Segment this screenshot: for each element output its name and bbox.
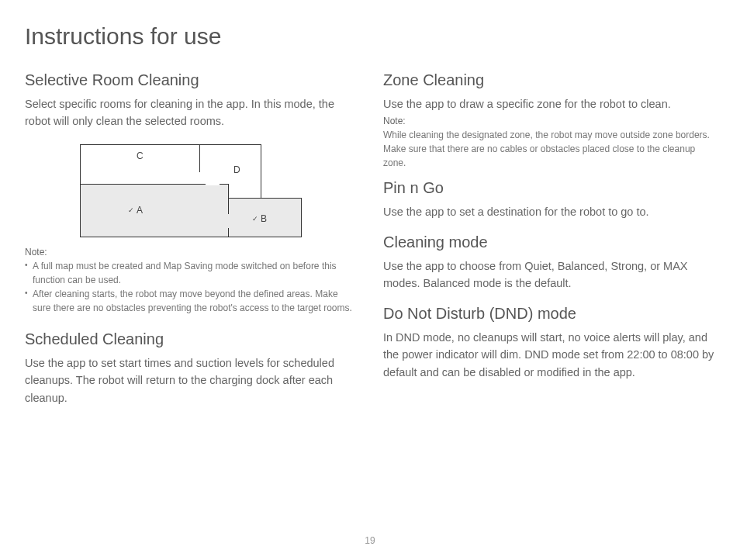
body-mode: Use the app to choose from Quiet, Balanc…	[383, 258, 715, 292]
note-selective-2: After cleaning starts, the robot may mov…	[25, 287, 357, 315]
section-dnd-mode: Do Not Disturb (DND) mode In DND mode, n…	[383, 305, 715, 381]
section-cleaning-mode: Cleaning mode Use the app to choose from…	[383, 233, 715, 292]
label-room-c: C	[137, 150, 144, 161]
label-room-a: ✓A	[128, 205, 143, 216]
label-room-b: ✓B	[252, 213, 267, 224]
note-label-selective: Note:	[25, 247, 357, 258]
left-column: Selective Room Cleaning Select specific …	[25, 67, 357, 422]
heading-selective: Selective Room Cleaning	[25, 71, 357, 89]
section-pin-n-go: Pin n Go Use the app to set a destinatio…	[383, 179, 715, 220]
body-scheduled: Use the app to set start times and sucti…	[25, 354, 357, 406]
body-dnd: In DND mode, no cleanups will start, no …	[383, 329, 715, 381]
body-pin: Use the app to set a destination for the…	[383, 203, 715, 220]
room-a	[80, 184, 229, 237]
heading-zone: Zone Cleaning	[383, 71, 715, 89]
heading-pin: Pin n Go	[383, 179, 715, 197]
page-title: Instructions for use	[25, 23, 715, 50]
check-icon: ✓	[252, 215, 258, 223]
label-room-d: D	[233, 164, 240, 175]
note-zone: While cleaning the designated zone, the …	[383, 128, 715, 170]
check-icon: ✓	[128, 206, 134, 214]
note-label-zone: Note:	[383, 116, 715, 126]
section-zone-cleaning: Zone Cleaning Use the app to draw a spec…	[383, 71, 715, 170]
content-columns: Selective Room Cleaning Select specific …	[25, 67, 715, 422]
floorplan-diagram: C D ✓A ✓B	[25, 144, 357, 237]
section-selective-room-cleaning: Selective Room Cleaning Select specific …	[25, 71, 357, 315]
note-selective-1: A full map must be created and Map Savin…	[25, 259, 357, 287]
page-number: 19	[0, 535, 740, 546]
body-zone: Use the app to draw a specific zone for …	[383, 95, 715, 112]
body-selective: Select specific rooms for cleaning in th…	[25, 95, 357, 130]
heading-scheduled: Scheduled Cleaning	[25, 330, 357, 348]
section-scheduled-cleaning: Scheduled Cleaning Use the app to set st…	[25, 330, 357, 406]
heading-mode: Cleaning mode	[383, 233, 715, 251]
heading-dnd: Do Not Disturb (DND) mode	[383, 305, 715, 323]
right-column: Zone Cleaning Use the app to draw a spec…	[383, 67, 715, 422]
